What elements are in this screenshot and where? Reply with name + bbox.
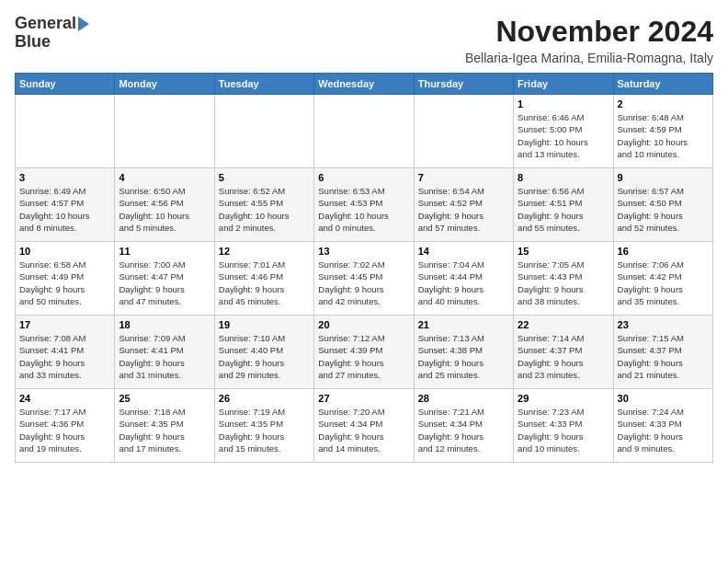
day-number: 7 <box>418 172 509 183</box>
calendar-cell: 14Sunrise: 7:04 AM Sunset: 4:44 PM Dayli… <box>414 242 513 316</box>
calendar-week-row: 24Sunrise: 7:17 AM Sunset: 4:36 PM Dayli… <box>16 389 713 463</box>
day-number: 14 <box>418 246 509 257</box>
logo-text: General <box>15 15 89 33</box>
calendar-cell: 17Sunrise: 7:08 AM Sunset: 4:41 PM Dayli… <box>16 316 115 389</box>
weekday-header-saturday: Saturday <box>613 74 712 95</box>
day-info: Sunrise: 7:10 AM Sunset: 4:40 PM Dayligh… <box>219 332 310 381</box>
calendar-cell: 26Sunrise: 7:19 AM Sunset: 4:35 PM Dayli… <box>214 389 313 463</box>
weekday-header-monday: Monday <box>115 74 214 95</box>
day-number: 24 <box>19 393 110 404</box>
calendar-cell <box>314 95 414 168</box>
weekday-header-thursday: Thursday <box>414 74 513 95</box>
day-number: 17 <box>19 319 110 330</box>
month-title: November 2024 <box>465 15 713 49</box>
location-title: Bellaria-Igea Marina, Emilia-Romagna, It… <box>465 51 713 65</box>
day-info: Sunrise: 7:01 AM Sunset: 4:46 PM Dayligh… <box>219 259 310 307</box>
weekday-header-sunday: Sunday <box>16 74 115 95</box>
day-number: 11 <box>119 246 210 257</box>
day-number: 3 <box>19 172 110 183</box>
day-number: 1 <box>518 98 609 109</box>
day-info: Sunrise: 7:08 AM Sunset: 4:41 PM Dayligh… <box>19 332 110 381</box>
day-number: 27 <box>318 393 409 404</box>
calendar-cell: 27Sunrise: 7:20 AM Sunset: 4:34 PM Dayli… <box>314 389 414 463</box>
calendar-cell: 22Sunrise: 7:14 AM Sunset: 4:37 PM Dayli… <box>514 316 613 389</box>
day-number: 29 <box>518 393 609 404</box>
day-number: 22 <box>518 319 609 330</box>
day-info: Sunrise: 7:12 AM Sunset: 4:39 PM Dayligh… <box>318 332 409 381</box>
day-number: 9 <box>618 172 709 183</box>
weekday-header-tuesday: Tuesday <box>214 74 313 95</box>
day-info: Sunrise: 6:54 AM Sunset: 4:52 PM Dayligh… <box>418 185 509 234</box>
calendar-cell <box>414 95 513 168</box>
day-number: 18 <box>119 319 210 330</box>
logo-arrow-icon <box>78 17 89 31</box>
day-number: 12 <box>219 246 310 257</box>
day-number: 4 <box>119 172 210 183</box>
day-number: 2 <box>618 98 709 109</box>
day-number: 13 <box>318 246 409 257</box>
day-info: Sunrise: 7:09 AM Sunset: 4:41 PM Dayligh… <box>119 332 210 381</box>
calendar-cell: 24Sunrise: 7:17 AM Sunset: 4:36 PM Dayli… <box>16 389 115 463</box>
calendar-cell: 9Sunrise: 6:57 AM Sunset: 4:50 PM Daylig… <box>613 168 712 242</box>
calendar-cell: 20Sunrise: 7:12 AM Sunset: 4:39 PM Dayli… <box>314 316 414 389</box>
logo: General Blue <box>15 15 89 52</box>
day-info: Sunrise: 7:15 AM Sunset: 4:37 PM Dayligh… <box>618 332 709 381</box>
day-info: Sunrise: 6:58 AM Sunset: 4:49 PM Dayligh… <box>19 259 110 307</box>
day-info: Sunrise: 7:02 AM Sunset: 4:45 PM Dayligh… <box>318 259 409 307</box>
day-info: Sunrise: 7:14 AM Sunset: 4:37 PM Dayligh… <box>518 332 609 381</box>
day-info: Sunrise: 6:53 AM Sunset: 4:53 PM Dayligh… <box>318 185 409 234</box>
calendar-cell: 3Sunrise: 6:49 AM Sunset: 4:57 PM Daylig… <box>16 168 115 242</box>
calendar-cell: 19Sunrise: 7:10 AM Sunset: 4:40 PM Dayli… <box>214 316 313 389</box>
day-info: Sunrise: 7:06 AM Sunset: 4:42 PM Dayligh… <box>618 259 709 307</box>
weekday-header-friday: Friday <box>514 74 613 95</box>
calendar-cell: 13Sunrise: 7:02 AM Sunset: 4:45 PM Dayli… <box>314 242 414 316</box>
calendar-cell: 5Sunrise: 6:52 AM Sunset: 4:55 PM Daylig… <box>214 168 313 242</box>
day-number: 8 <box>518 172 609 183</box>
calendar-cell: 11Sunrise: 7:00 AM Sunset: 4:47 PM Dayli… <box>115 242 214 316</box>
calendar-cell: 25Sunrise: 7:18 AM Sunset: 4:35 PM Dayli… <box>115 389 214 463</box>
calendar-cell: 21Sunrise: 7:13 AM Sunset: 4:38 PM Dayli… <box>414 316 513 389</box>
calendar-cell <box>16 95 115 168</box>
day-info: Sunrise: 7:17 AM Sunset: 4:36 PM Dayligh… <box>19 406 110 454</box>
header: General Blue November 2024 Bellaria-Igea… <box>15 15 713 65</box>
day-number: 10 <box>19 246 110 257</box>
day-info: Sunrise: 6:48 AM Sunset: 4:59 PM Dayligh… <box>618 111 709 160</box>
day-number: 6 <box>318 172 409 183</box>
day-number: 25 <box>119 393 210 404</box>
day-number: 28 <box>418 393 509 404</box>
calendar-cell: 6Sunrise: 6:53 AM Sunset: 4:53 PM Daylig… <box>314 168 414 242</box>
weekday-header-wednesday: Wednesday <box>314 74 414 95</box>
day-info: Sunrise: 6:49 AM Sunset: 4:57 PM Dayligh… <box>19 185 110 234</box>
day-info: Sunrise: 6:52 AM Sunset: 4:55 PM Dayligh… <box>219 185 310 234</box>
calendar-cell: 1Sunrise: 6:46 AM Sunset: 5:00 PM Daylig… <box>514 95 613 168</box>
calendar-cell: 16Sunrise: 7:06 AM Sunset: 4:42 PM Dayli… <box>613 242 712 316</box>
calendar-cell: 15Sunrise: 7:05 AM Sunset: 4:43 PM Dayli… <box>514 242 613 316</box>
calendar-week-row: 1Sunrise: 6:46 AM Sunset: 5:00 PM Daylig… <box>16 95 713 168</box>
day-info: Sunrise: 7:00 AM Sunset: 4:47 PM Dayligh… <box>119 259 210 307</box>
day-info: Sunrise: 7:04 AM Sunset: 4:44 PM Dayligh… <box>418 259 509 307</box>
calendar-week-row: 10Sunrise: 6:58 AM Sunset: 4:49 PM Dayli… <box>16 242 713 316</box>
calendar-table: SundayMondayTuesdayWednesdayThursdayFrid… <box>15 73 713 463</box>
day-info: Sunrise: 7:21 AM Sunset: 4:34 PM Dayligh… <box>418 406 509 454</box>
title-area: November 2024 Bellaria-Igea Marina, Emil… <box>465 15 713 65</box>
day-info: Sunrise: 7:18 AM Sunset: 4:35 PM Dayligh… <box>119 406 210 454</box>
day-info: Sunrise: 6:46 AM Sunset: 5:00 PM Dayligh… <box>518 111 609 160</box>
day-info: Sunrise: 6:50 AM Sunset: 4:56 PM Dayligh… <box>119 185 210 234</box>
day-number: 21 <box>418 319 509 330</box>
day-number: 30 <box>618 393 709 404</box>
day-info: Sunrise: 7:05 AM Sunset: 4:43 PM Dayligh… <box>518 259 609 307</box>
calendar-cell <box>214 95 313 168</box>
logo-blue-text: Blue <box>15 32 51 51</box>
calendar-cell: 28Sunrise: 7:21 AM Sunset: 4:34 PM Dayli… <box>414 389 513 463</box>
calendar-cell <box>115 95 214 168</box>
calendar-cell: 7Sunrise: 6:54 AM Sunset: 4:52 PM Daylig… <box>414 168 513 242</box>
day-info: Sunrise: 7:23 AM Sunset: 4:33 PM Dayligh… <box>518 406 609 454</box>
calendar-cell: 12Sunrise: 7:01 AM Sunset: 4:46 PM Dayli… <box>214 242 313 316</box>
day-info: Sunrise: 6:57 AM Sunset: 4:50 PM Dayligh… <box>618 185 709 234</box>
calendar-cell: 8Sunrise: 6:56 AM Sunset: 4:51 PM Daylig… <box>514 168 613 242</box>
day-info: Sunrise: 7:24 AM Sunset: 4:33 PM Dayligh… <box>618 406 709 454</box>
calendar-cell: 30Sunrise: 7:24 AM Sunset: 4:33 PM Dayli… <box>613 389 712 463</box>
day-number: 26 <box>219 393 310 404</box>
calendar-cell: 10Sunrise: 6:58 AM Sunset: 4:49 PM Dayli… <box>16 242 115 316</box>
day-info: Sunrise: 6:56 AM Sunset: 4:51 PM Dayligh… <box>518 185 609 234</box>
